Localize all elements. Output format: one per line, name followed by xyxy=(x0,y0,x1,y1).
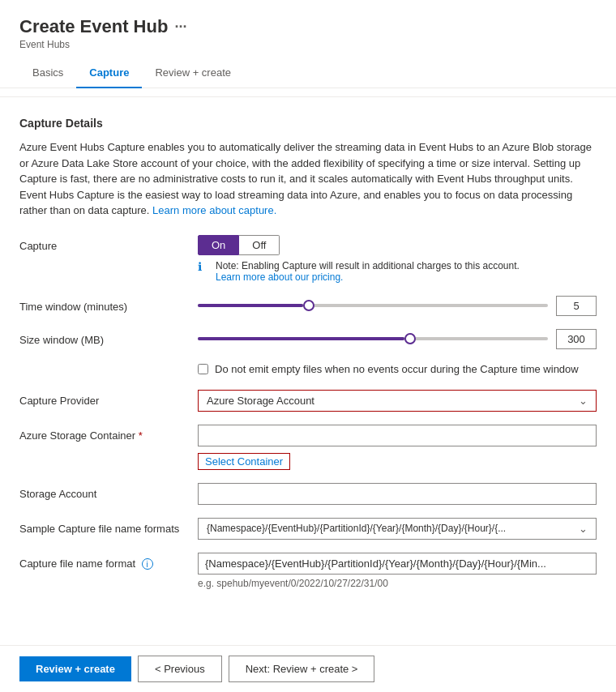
page-header: Create Event Hub ··· Event Hubs Basics C… xyxy=(0,0,616,97)
empty-files-checkbox-row: Do not emit empty files when no events o… xyxy=(19,362,597,377)
capture-provider-dropdown[interactable]: Azure Storage Account ⌄ xyxy=(198,390,597,412)
size-window-control xyxy=(198,329,597,349)
size-window-label: Size window (MB) xyxy=(19,329,198,346)
chevron-down-icon-2: ⌄ xyxy=(579,523,588,535)
size-window-value-input[interactable] xyxy=(556,329,597,349)
size-window-row: Size window (MB) xyxy=(19,329,597,349)
capture-provider-label: Capture Provider xyxy=(19,390,198,407)
review-create-button[interactable]: Review + create xyxy=(19,656,131,681)
time-window-label: Time window (minutes) xyxy=(19,296,198,313)
size-window-value-box xyxy=(556,329,597,349)
capture-format-example: e.g. spehub/myevent/0/2022/10/27/22/31/0… xyxy=(198,578,597,589)
empty-files-label: Do not emit empty files when no events o… xyxy=(215,362,579,377)
capture-format-label: Capture file name format i xyxy=(19,553,198,570)
sample-format-label: Sample Capture file name formats xyxy=(19,518,198,535)
tab-basics[interactable]: Basics xyxy=(19,58,76,88)
azure-storage-container-row: Azure Storage Container * Select Contain… xyxy=(19,425,597,470)
time-window-slider-row xyxy=(198,296,597,316)
capture-label: Capture xyxy=(19,235,198,252)
storage-account-row: Storage Account xyxy=(19,483,597,505)
azure-storage-container-label: Azure Storage Container * xyxy=(19,425,198,442)
capture-provider-control: Azure Storage Account ⌄ xyxy=(198,390,597,412)
page-subtitle: Event Hubs xyxy=(19,39,597,50)
capture-provider-row: Capture Provider Azure Storage Account ⌄ xyxy=(19,390,597,412)
info-icon: ℹ xyxy=(198,260,211,273)
capture-toggle-group: On Off xyxy=(198,235,597,255)
toggle-off-button[interactable]: Off xyxy=(239,235,280,255)
time-window-value-box xyxy=(556,296,597,316)
azure-storage-container-input[interactable] xyxy=(198,425,597,446)
storage-account-input[interactable] xyxy=(198,483,597,505)
capture-format-row: Capture file name format i e.g. spehub/m… xyxy=(19,553,597,589)
capture-control: On Off ℹ Note: Enabling Capture will res… xyxy=(198,235,597,283)
sample-format-row: Sample Capture file name formats {Namesp… xyxy=(19,518,597,540)
sample-format-value: {Namespace}/{EventHub}/{PartitionId}/{Ye… xyxy=(207,523,506,534)
empty-files-checkbox[interactable] xyxy=(198,364,208,374)
capture-row: Capture On Off ℹ Note: Enabling Capture … xyxy=(19,235,597,283)
storage-account-label: Storage Account xyxy=(19,483,198,500)
next-button[interactable]: Next: Review + create > xyxy=(229,656,375,682)
content-area: Capture Details Azure Event Hubs Capture… xyxy=(0,97,616,692)
pricing-link[interactable]: Learn more about our pricing. xyxy=(216,271,343,283)
capture-format-info-icon[interactable]: i xyxy=(142,558,153,570)
time-window-row: Time window (minutes) xyxy=(19,296,597,316)
required-marker: * xyxy=(139,429,143,442)
note-text: Note: Enabling Capture will result in ad… xyxy=(216,260,520,283)
capture-format-control: e.g. spehub/myevent/0/2022/10/27/22/31/0… xyxy=(198,553,597,589)
capture-provider-value: Azure Storage Account xyxy=(207,395,314,407)
tabs: Basics Capture Review + create xyxy=(0,58,616,88)
section-title: Capture Details xyxy=(19,117,597,130)
select-container-button[interactable]: Select Container xyxy=(198,453,290,470)
capture-note: ℹ Note: Enabling Capture will result in … xyxy=(198,260,597,283)
sample-format-control: {Namespace}/{EventHub}/{PartitionId}/{Ye… xyxy=(198,518,597,540)
page-title: Create Event Hub ··· xyxy=(19,16,597,37)
size-window-slider-container xyxy=(198,331,548,347)
time-window-control xyxy=(198,296,597,316)
learn-more-link[interactable]: Learn more about capture. xyxy=(152,204,276,216)
tab-capture[interactable]: Capture xyxy=(76,58,142,88)
time-window-slider-container xyxy=(198,297,548,314)
size-window-slider-row xyxy=(198,329,597,349)
time-window-value-input[interactable] xyxy=(556,296,597,316)
section-description: Azure Event Hubs Capture enables you to … xyxy=(19,139,597,219)
capture-format-input[interactable] xyxy=(198,553,597,575)
sample-format-dropdown[interactable]: {Namespace}/{EventHub}/{PartitionId}/{Ye… xyxy=(198,518,597,540)
previous-button[interactable]: < Previous xyxy=(138,656,222,682)
header-dots[interactable]: ··· xyxy=(174,19,186,36)
chevron-down-icon: ⌄ xyxy=(579,395,588,407)
toggle-on-button[interactable]: On xyxy=(198,235,239,255)
storage-account-control xyxy=(198,483,597,505)
azure-storage-container-control: Select Container xyxy=(198,425,597,470)
tab-review-create[interactable]: Review + create xyxy=(142,58,244,88)
bottom-bar: Review + create < Previous Next: Review … xyxy=(0,645,616,692)
